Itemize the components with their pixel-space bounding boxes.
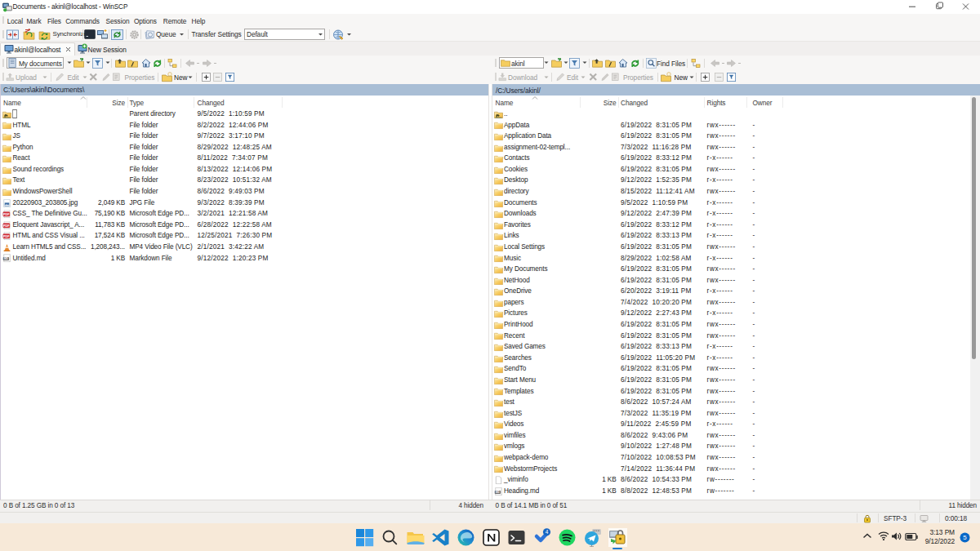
svg-text:4: 4: [545, 529, 548, 535]
svg-text:5: 5: [963, 534, 967, 541]
